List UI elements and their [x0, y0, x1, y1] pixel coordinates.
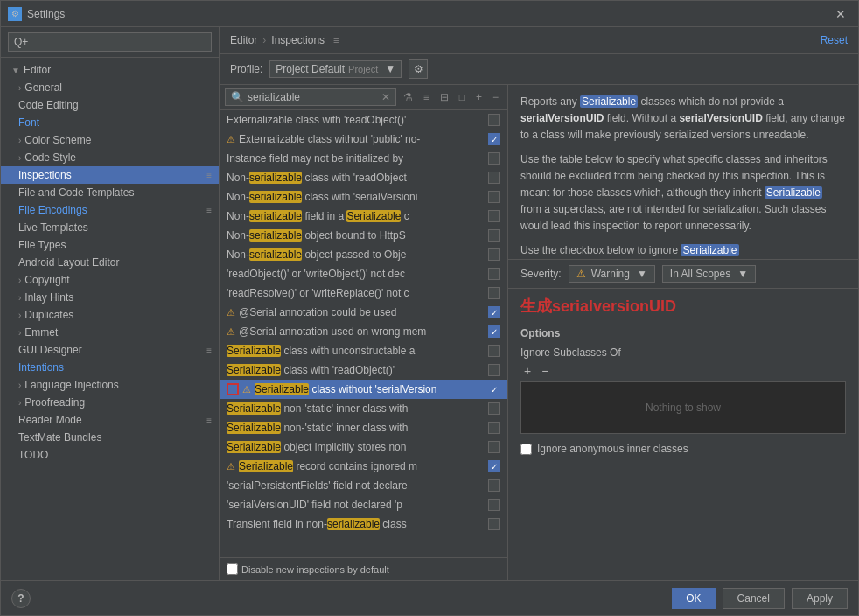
sidebar-item-file-encodings[interactable]: File Encodings≡: [1, 201, 219, 219]
sidebar-item-editor[interactable]: ▼Editor: [1, 61, 219, 79]
sidebar-item-general[interactable]: ›General: [1, 79, 219, 96]
inspection-checkbox-9[interactable]: [488, 268, 500, 280]
inspection-checkbox-18[interactable]: [488, 441, 500, 453]
filter-button[interactable]: ⚗: [400, 89, 416, 105]
sidebar-item-color-scheme[interactable]: ›Color Scheme: [1, 131, 219, 149]
severity-select[interactable]: ⚠ Warning ▼: [569, 265, 655, 283]
minus-button[interactable]: −: [489, 89, 502, 105]
sidebar-item-emmet[interactable]: ›Emmet: [1, 324, 219, 341]
sidebar-item-proofreading[interactable]: ›Proofreading: [1, 394, 219, 411]
sidebar-item-code-style[interactable]: ›Code Style: [1, 149, 219, 166]
inspection-checkbox-6[interactable]: [488, 210, 500, 222]
inspection-checkbox-21[interactable]: [488, 499, 500, 511]
inspection-checkbox-17[interactable]: [488, 422, 500, 434]
inspection-item-6[interactable]: Non-serializable field in a Serializable…: [220, 206, 507, 226]
expand-arrow-copyright: ›: [18, 276, 21, 285]
sidebar-item-android-layout-editor[interactable]: Android Layout Editor: [1, 254, 219, 271]
inspection-checkbox-3[interactable]: [488, 152, 500, 164]
inspection-checkbox-19[interactable]: ✓: [488, 460, 500, 472]
scope-select[interactable]: In All Scopes ▼: [662, 265, 756, 283]
remove-subclass-button[interactable]: −: [538, 364, 552, 378]
inspections-search-input[interactable]: [248, 91, 380, 103]
inspection-item-18[interactable]: Serializable object implicitly stores no…: [220, 438, 507, 457]
sidebar-search-input[interactable]: [8, 32, 212, 52]
inspection-checkbox-20[interactable]: [488, 480, 500, 492]
inspection-item-16[interactable]: Serializable non-'static' inner class wi…: [220, 399, 507, 418]
inspection-item-12[interactable]: ⚠@Serial annotation used on wrong mem✓: [220, 322, 507, 341]
inspection-item-3[interactable]: Instance field may not be initialized by: [220, 149, 507, 168]
inspection-checkbox-5[interactable]: [488, 191, 500, 203]
inspection-item-7[interactable]: Non-serializable object bound to HttpS: [220, 226, 507, 245]
sidebar-item-gui-designer[interactable]: GUI Designer≡: [1, 341, 219, 359]
ignore-anon-checkbox[interactable]: [520, 444, 532, 455]
sidebar-item-live-templates[interactable]: Live Templates: [1, 219, 219, 236]
inspection-item-4[interactable]: Non-serializable class with 'readObject: [220, 168, 507, 187]
inspection-checkbox-15[interactable]: ✓: [488, 383, 500, 396]
disable-new-inspections-label[interactable]: Disable new inspections by default: [227, 564, 389, 575]
ignore-anon-label: Ignore anonymous inner classes: [537, 443, 688, 455]
inspection-checkbox-22[interactable]: [488, 518, 500, 530]
disable-new-inspections-checkbox[interactable]: [227, 564, 238, 575]
sidebar-item-language-injections[interactable]: ›Language Injections: [1, 376, 219, 394]
sidebar-item-inspections[interactable]: Inspections≡: [1, 166, 219, 184]
apply-button[interactable]: Apply: [792, 588, 848, 609]
sidebar-item-file-types[interactable]: File Types: [1, 236, 219, 254]
inspection-checkbox-16[interactable]: [488, 402, 500, 415]
inspection-item-10[interactable]: 'readResolve()' or 'writeReplace()' not …: [220, 284, 507, 303]
sidebar-item-code-editing[interactable]: Code Editing: [1, 96, 219, 114]
profile-gear-button[interactable]: ⚙: [409, 60, 428, 79]
sidebar-item-file-code-templates[interactable]: File and Code Templates: [1, 184, 219, 201]
sidebar-item-inlay-hints[interactable]: ›Inlay Hints: [1, 289, 219, 306]
breadcrumb-badge: ≡: [333, 35, 339, 46]
inspection-item-20[interactable]: 'serialPersistentFields' field not decla…: [220, 476, 507, 495]
close-button[interactable]: ✕: [830, 5, 851, 23]
inspection-checkbox-12[interactable]: ✓: [488, 326, 500, 338]
expand-all-button[interactable]: ≡: [420, 89, 433, 105]
inspection-checkbox-1[interactable]: [488, 114, 500, 126]
inspection-checkbox-2[interactable]: ✓: [488, 133, 500, 145]
inspection-checkbox-11[interactable]: ✓: [488, 306, 500, 318]
inspection-checkbox-7[interactable]: [488, 229, 500, 242]
profile-select[interactable]: Project Default Project ▼: [269, 60, 402, 78]
inspection-item-1[interactable]: Externalizable class with 'readObject()': [220, 110, 507, 130]
right-panel: Editor › Inspections ≡ Reset Profile: Pr…: [220, 27, 858, 580]
inspection-checkbox-10[interactable]: [488, 287, 500, 299]
inspection-checkbox-4[interactable]: [488, 172, 500, 184]
sidebar-item-intentions[interactable]: Intentions: [1, 359, 219, 376]
inspection-checkbox-13[interactable]: [488, 345, 500, 357]
inspections-search-box[interactable]: 🔍 ✕: [225, 88, 396, 106]
inspection-item-2[interactable]: ⚠Externalizable class without 'public' n…: [220, 130, 507, 149]
inspection-item-11[interactable]: ⚠@Serial annotation could be used✓: [220, 303, 507, 322]
clear-search-icon[interactable]: ✕: [381, 91, 390, 103]
sidebar-item-copyright[interactable]: ›Copyright: [1, 271, 219, 289]
inspection-item-22[interactable]: Transient field in non-serializable clas…: [220, 514, 507, 534]
inspection-item-19[interactable]: ⚠Serializable record contains ignored m✓: [220, 457, 507, 476]
inspection-item-21[interactable]: 'serialVersionUID' field not declared 'p: [220, 495, 507, 514]
sidebar-item-textmate-bundles[interactable]: TextMate Bundles: [1, 429, 219, 446]
sidebar-item-reader-mode[interactable]: Reader Mode≡: [1, 411, 219, 429]
sidebar-item-todo[interactable]: TODO: [1, 446, 219, 464]
inspection-checkbox-14[interactable]: [488, 364, 500, 376]
selected-indicator-15: [227, 383, 239, 396]
inspection-item-15[interactable]: ⚠Serializable class without 'serialVersi…: [220, 380, 507, 399]
sidebar-item-duplicates[interactable]: ›Duplicates: [1, 306, 219, 324]
cancel-button[interactable]: Cancel: [723, 588, 785, 609]
sidebar-badge-inspections: ≡: [206, 171, 212, 180]
inspection-item-8[interactable]: Non-serializable object passed to Obje: [220, 245, 507, 264]
inspection-item-9[interactable]: 'readObject()' or 'writeObject()' not de…: [220, 264, 507, 284]
group-button[interactable]: □: [456, 89, 469, 105]
collapse-all-button[interactable]: ⊟: [436, 89, 452, 105]
sidebar-item-font[interactable]: Font: [1, 114, 219, 131]
add-subclass-button[interactable]: +: [520, 364, 534, 378]
title-bar: ⚙ Settings ✕: [1, 1, 858, 27]
inspection-item-5[interactable]: Non-serializable class with 'serialVersi…: [220, 187, 507, 206]
expand-arrow-proofreading: ›: [18, 398, 21, 408]
add-remove-button[interactable]: +: [472, 89, 485, 105]
ok-button[interactable]: OK: [672, 588, 715, 609]
inspection-item-14[interactable]: Serializable class with 'readObject()': [220, 360, 507, 380]
inspection-item-17[interactable]: Serializable non-'static' inner class wi…: [220, 418, 507, 438]
help-button[interactable]: ?: [11, 589, 31, 608]
inspection-item-13[interactable]: Serializable class with unconstructable …: [220, 341, 507, 360]
inspection-checkbox-8[interactable]: [488, 248, 500, 261]
reset-button[interactable]: Reset: [821, 34, 848, 46]
